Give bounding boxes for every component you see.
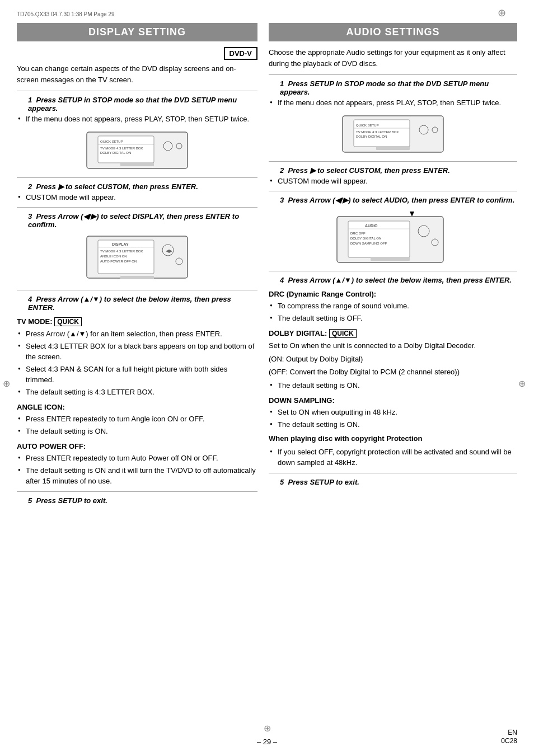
audio-intro: Choose the appropriate Audio settings fo… — [269, 47, 517, 69]
display-step2-num: 2 Press ▶ to select CUSTOM, then press E… — [28, 182, 257, 191]
page-footer: – 29 – — [0, 738, 534, 746]
audio-step3-num: 3 Press Arrow (◀/▶) to select AUDIO, the… — [280, 196, 517, 204]
dvd-v-badge: DVD-V — [224, 47, 257, 60]
tv-mode-bullet-3: Select 4:3 PAN & SCAN for a full height … — [17, 364, 257, 386]
dolby-off-text: (OFF: Convert the Dolby Digital to PCM (… — [269, 367, 517, 378]
svg-text:QUICK SETUP: QUICK SETUP — [356, 124, 379, 127]
audio-step1-bullet: If the menu does not appears, press PLAY… — [269, 97, 517, 109]
divider-2 — [17, 177, 257, 178]
page-number: – 29 – — [257, 738, 277, 746]
audio-device-diagram-2: AUDIO DRC OFF DOLBY DIGITAL ON DOWN SAMP… — [269, 209, 517, 266]
svg-text:TV MODE       4:3 LETTER BOX: TV MODE 4:3 LETTER BOX — [100, 147, 143, 150]
audio-divider-3 — [269, 191, 517, 191]
device-svg-2: DISPLAY TV MODE 4:3 LETTER BOX ANGLE ICO… — [81, 233, 193, 284]
display-step5-num: 5 Press SETUP to exit. — [28, 496, 257, 505]
left-column: DISPLAY SETTING DVD-V You can change cer… — [17, 23, 257, 509]
audio-step3: 3 Press Arrow (◀/▶) to select AUDIO, the… — [269, 196, 517, 204]
audio-step5-num: 5 Press SETUP to exit. — [280, 478, 517, 486]
svg-rect-28 — [376, 147, 410, 150]
display-step1-bullet: If the menu does not appears, press PLAY… — [17, 114, 257, 125]
copyright-bullet-1: If you select OFF, copyright protection … — [269, 447, 517, 468]
down-sampling-header: DOWN SAMPLING: — [269, 396, 517, 405]
svg-rect-8 — [120, 163, 154, 166]
audio-step2-bullet: CUSTOM mode will appear. — [269, 176, 517, 187]
display-step1: 1 Press SETUP in STOP mode so that the D… — [17, 96, 257, 125]
page-container: TD705.QX33 04.7.30 1:38 PM Page 29 ⊕ DIS… — [0, 0, 534, 756]
tv-mode-bullet-2: Select 4:3 LETTER BOX for a black bars a… — [17, 341, 257, 363]
drc-bullet-2: The default setting is OFF. — [269, 313, 517, 324]
display-step3: 3 Press Arrow (◀/▶) to select DISPLAY, t… — [17, 212, 257, 229]
display-step5: 5 Press SETUP to exit. — [17, 496, 257, 505]
audio-step1-num: 1 Press SETUP in STOP mode so that the D… — [280, 79, 517, 96]
crosshair-top-right: ⊕ — [498, 7, 506, 19]
audio-step2-num: 2 Press ▶ to select CUSTOM, then press E… — [280, 166, 517, 175]
audio-divider-4 — [269, 271, 517, 271]
auto-power-bullets: Press ENTER repeatedly to turn Auto Powe… — [17, 453, 257, 487]
angle-icon-bullets: Press ENTER repeatedly to turn Angle ico… — [17, 414, 257, 436]
display-step4: 4 Press Arrow (▲/▼) to select the below … — [17, 295, 257, 312]
svg-text:AUTO POWER OFF    ON: AUTO POWER OFF ON — [100, 260, 137, 263]
dolby-header: DOLBY DIGITAL: QUICK — [269, 329, 517, 338]
dolby-bullet-1: The default setting is ON. — [269, 380, 517, 391]
audio-step1: 1 Press SETUP in STOP mode so that the D… — [269, 79, 517, 109]
auto-power-bullet-2: The default setting is ON and it will tu… — [17, 465, 257, 487]
tv-mode-header: TV MODE: QUICK — [17, 317, 257, 326]
footer-lang: EN — [501, 729, 517, 738]
drc-header: DRC (Dynamic Range Control): — [269, 290, 517, 298]
main-columns: DISPLAY SETTING DVD-V You can change cer… — [17, 23, 517, 509]
audio-step5: 5 Press SETUP to exit. — [269, 478, 517, 486]
tv-mode-bullet-1: Press Arrow (▲/▼) for an item selection,… — [17, 328, 257, 340]
svg-text:DOLBY DIGITAL    ON: DOLBY DIGITAL ON — [350, 237, 381, 240]
right-column: AUDIO SETTINGS Choose the appropriate Au… — [269, 23, 517, 509]
drc-bullets: To compress the range of sound volume. T… — [269, 300, 517, 323]
tv-mode-bullet-4: The default setting is 4:3 LETTER BOX. — [17, 387, 257, 398]
display-step3-num: 3 Press Arrow (◀/▶) to select DISPLAY, t… — [28, 212, 257, 229]
crosshair-left-mid: ⊕ — [3, 378, 10, 389]
crosshair-bottom-center: ⊕ — [264, 723, 271, 734]
svg-text:DRC              OFF: DRC OFF — [350, 232, 366, 235]
down-sampling-bullet-2: The default setting is ON. — [269, 419, 517, 430]
auto-power-bullet-1: Press ENTER repeatedly to turn Auto Powe… — [17, 453, 257, 464]
tv-mode-bullets: Press Arrow (▲/▼) for an item selection,… — [17, 328, 257, 397]
svg-text:ANGLE ICON        ON: ANGLE ICON ON — [100, 255, 127, 258]
angle-icon-bullet-1: Press ENTER repeatedly to turn Angle ico… — [17, 414, 257, 425]
divider-3 — [17, 207, 257, 208]
svg-rect-39 — [371, 257, 410, 261]
svg-text:TV MODE       4:3 LETTER BOX: TV MODE 4:3 LETTER BOX — [100, 250, 143, 253]
svg-text:DOLBY DIGITAL    ON: DOLBY DIGITAL ON — [100, 151, 131, 154]
display-intro: You can change certain aspects of the DV… — [17, 63, 257, 85]
display-step4-num: 4 Press Arrow (▲/▼) to select the below … — [28, 295, 257, 312]
svg-text:TV MODE       4:3 LETTER BOX: TV MODE 4:3 LETTER BOX — [356, 130, 399, 134]
audio-device-diagram-1: QUICK SETUP TV MODE 4:3 LETTER BOX DOLBY… — [269, 113, 517, 157]
svg-text:DISPLAY: DISPLAY — [112, 242, 129, 246]
divider-1 — [17, 91, 257, 91]
audio-divider-2 — [269, 161, 517, 162]
svg-text:DOWN SAMPLING   OFF: DOWN SAMPLING OFF — [350, 242, 387, 245]
svg-text:◀▶: ◀▶ — [166, 248, 173, 253]
footer-code: 0C28 — [501, 737, 517, 746]
drc-bullet-1: To compress the range of sound volume. — [269, 300, 517, 312]
device-diagram-1: QUICK SETUP TV MODE 4:3 LETTER BOX DOLBY… — [17, 129, 257, 173]
auto-power-header: AUTO POWER OFF: — [17, 442, 257, 450]
angle-icon-bullet-2: The default setting is ON. — [17, 426, 257, 437]
svg-text:DOLBY DIGITAL    ON: DOLBY DIGITAL ON — [356, 135, 387, 138]
audio-divider-5 — [269, 473, 517, 473]
device-svg-1: QUICK SETUP TV MODE 4:3 LETTER BOX DOLBY… — [81, 129, 193, 171]
svg-text:AUDIO: AUDIO — [365, 224, 378, 228]
audio-device-svg-1: QUICK SETUP TV MODE 4:3 LETTER BOX DOLBY… — [337, 113, 449, 155]
svg-rect-19 — [120, 276, 154, 279]
file-info: TD705.QX33 04.7.30 1:38 PM Page 29 — [17, 11, 115, 17]
copyright-label: When playing disc with copyright Protect… — [269, 433, 517, 444]
display-step1-num: 1 Press SETUP in STOP mode so that the D… — [28, 96, 257, 112]
down-sampling-bullet-1: Set to ON when outputting in 48 kHz. — [269, 407, 517, 418]
audio-step2: 2 Press ▶ to select CUSTOM, then press E… — [269, 166, 517, 187]
page-meta: TD705.QX33 04.7.30 1:38 PM Page 29 — [17, 11, 517, 17]
angle-icon-header: ANGLE ICON: — [17, 403, 257, 411]
audio-step4-num: 4 Press Arrow (▲/▼) to select the below … — [280, 276, 517, 284]
device-diagram-2: DISPLAY TV MODE 4:3 LETTER BOX ANGLE ICO… — [17, 233, 257, 285]
crosshair-right-mid: ⊕ — [518, 378, 526, 389]
audio-divider-1 — [269, 74, 517, 75]
down-sampling-bullets: Set to ON when outputting in 48 kHz. The… — [269, 407, 517, 430]
display-step2: 2 Press ▶ to select CUSTOM, then press E… — [17, 182, 257, 203]
audio-settings-header: AUDIO SETTINGS — [269, 23, 517, 41]
